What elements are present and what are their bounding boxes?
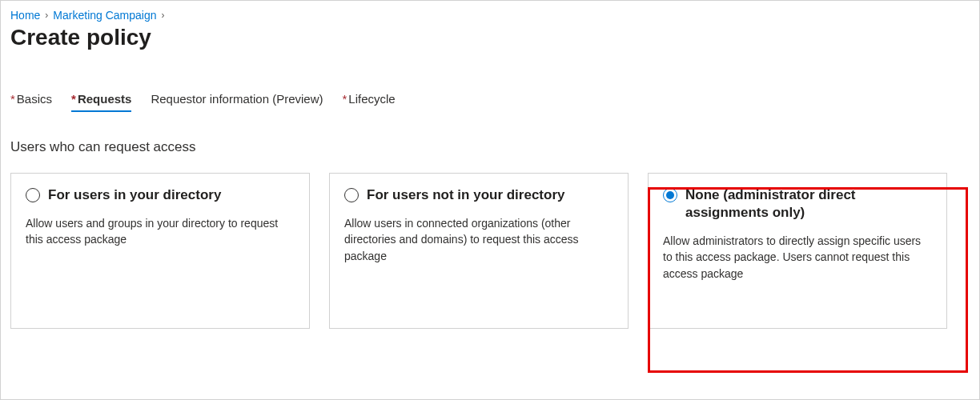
card-header: For users not in your directory [344, 186, 613, 204]
section-title: Users who can request access [10, 139, 970, 155]
card-users-not-in-directory[interactable]: For users not in your directory Allow us… [329, 173, 629, 329]
card-title: None (administrator direct assignments o… [685, 186, 932, 222]
card-header: None (administrator direct assignments o… [663, 186, 932, 222]
card-users-in-directory[interactable]: For users in your directory Allow users … [10, 173, 310, 329]
radio-button[interactable] [26, 188, 40, 202]
breadcrumb-marketing-campaign[interactable]: Marketing Campaign [53, 9, 156, 22]
tab-label: Requests [78, 92, 132, 106]
page-title: Create policy [10, 25, 970, 50]
tab-basics[interactable]: *Basics [10, 92, 52, 110]
radio-button[interactable] [344, 188, 359, 202]
tab-requestor-information[interactable]: Requestor information (Preview) [151, 92, 323, 110]
radio-button-selected[interactable] [663, 188, 677, 202]
breadcrumb-home[interactable]: Home [10, 9, 40, 22]
card-description: Allow users and groups in your directory… [26, 215, 295, 248]
chevron-right-icon: › [162, 10, 165, 21]
card-header: For users in your directory [26, 186, 295, 204]
tabs: *Basics *Requests Requestor information … [10, 92, 970, 110]
breadcrumb: Home › Marketing Campaign › [10, 9, 970, 22]
card-description: Allow administrators to directly assign … [663, 233, 932, 282]
required-asterisk: * [343, 92, 347, 106]
tab-label: Requestor information (Preview) [151, 92, 323, 106]
required-asterisk: * [10, 92, 15, 106]
card-none-admin-direct[interactable]: None (administrator direct assignments o… [648, 173, 947, 329]
required-asterisk: * [71, 92, 76, 106]
card-title: For users not in your directory [367, 186, 565, 204]
cards-container: For users in your directory Allow users … [10, 173, 970, 329]
radio-dot-icon [666, 191, 674, 199]
card-description: Allow users in connected organizations (… [344, 215, 613, 264]
tab-label: Basics [17, 92, 52, 106]
card-title: For users in your directory [48, 186, 221, 204]
tab-label: Lifecycle [348, 92, 395, 106]
chevron-right-icon: › [45, 10, 48, 21]
tab-lifecycle[interactable]: *Lifecycle [343, 92, 396, 110]
tab-requests[interactable]: *Requests [71, 92, 131, 110]
